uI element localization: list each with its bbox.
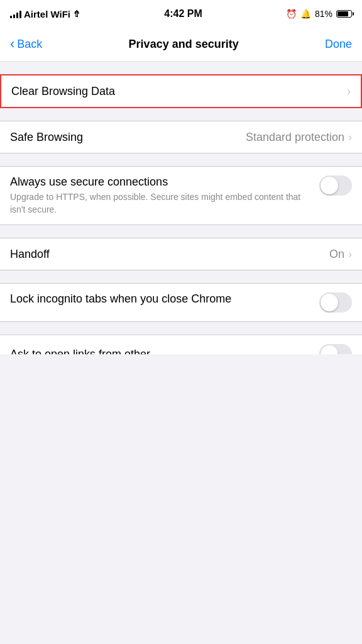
clear-browsing-row[interactable]: Clear Browsing Data ›: [1, 75, 361, 107]
lock-incognito-toggle-knob: [321, 294, 338, 311]
handoff-row[interactable]: Handoff On ›: [0, 238, 362, 270]
handoff-chevron-icon: ›: [348, 248, 352, 261]
safe-browsing-right: Standard protection ›: [246, 131, 352, 144]
lock-incognito-section: Lock incognito tabs when you close Chrom…: [0, 283, 362, 322]
clear-browsing-section: Clear Browsing Data ›: [0, 74, 362, 108]
alarm2-icon: 🔔: [300, 9, 311, 19]
clear-browsing-label: Clear Browsing Data: [11, 85, 115, 98]
status-left: Airtel WiFi ⇮: [10, 9, 80, 19]
secure-connections-toggle[interactable]: [319, 175, 352, 196]
secure-connections-description: Upgrade to HTTPS, when possible. Secure …: [10, 191, 312, 216]
secure-connections-title: Always use secure connections: [10, 175, 312, 189]
done-button[interactable]: Done: [325, 38, 352, 51]
secure-connections-text: Always use secure connections Upgrade to…: [10, 175, 312, 216]
ask-links-row[interactable]: Ask to open links from other: [0, 335, 362, 373]
back-chevron-icon: ‹: [10, 37, 14, 51]
handoff-right: On ›: [329, 248, 352, 261]
handoff-section: Handoff On ›: [0, 238, 362, 270]
ask-links-toggle[interactable]: [319, 344, 352, 364]
back-label: Back: [17, 38, 42, 51]
battery-percent: 81%: [315, 9, 332, 19]
content: Clear Browsing Data › Safe Browsing Stan…: [0, 74, 362, 373]
ask-links-section: Ask to open links from other: [0, 335, 362, 373]
safe-browsing-row[interactable]: Safe Browsing Standard protection ›: [0, 121, 362, 153]
back-button[interactable]: ‹ Back: [10, 38, 42, 51]
carrier-label: Airtel WiFi: [24, 9, 70, 19]
ask-links-right: [319, 344, 352, 364]
page-title: Privacy and security: [129, 38, 239, 51]
lock-incognito-row: Lock incognito tabs when you close Chrom…: [0, 284, 362, 321]
chevron-right-icon: ›: [347, 85, 351, 98]
safe-browsing-chevron-icon: ›: [348, 131, 352, 144]
ask-links-label: Ask to open links from other: [10, 348, 150, 361]
alarm-icon: ⏰: [286, 9, 297, 19]
status-time: 4:42 PM: [164, 8, 202, 19]
secure-connections-section: Always use secure connections Upgrade to…: [0, 166, 362, 225]
safe-browsing-value: Standard protection: [246, 131, 344, 144]
handoff-value: On: [329, 248, 344, 261]
handoff-label: Handoff: [10, 248, 50, 261]
secure-connections-row: Always use secure connections Upgrade to…: [0, 167, 362, 225]
safe-browsing-section: Safe Browsing Standard protection ›: [0, 121, 362, 153]
safe-browsing-label: Safe Browsing: [10, 131, 83, 144]
ask-links-toggle-knob: [321, 345, 338, 363]
wifi-icon: ⇮: [73, 9, 80, 19]
lock-incognito-title: Lock incognito tabs when you close Chrom…: [10, 292, 312, 306]
clear-browsing-right: ›: [347, 85, 351, 98]
battery-icon: [336, 10, 352, 18]
status-right: ⏰ 🔔 81%: [286, 9, 352, 19]
toggle-knob: [321, 177, 338, 194]
signal-icon: [10, 9, 21, 18]
nav-bar: ‹ Back Privacy and security Done: [0, 28, 362, 62]
lock-incognito-toggle[interactable]: [319, 292, 352, 313]
status-bar: Airtel WiFi ⇮ 4:42 PM ⏰ 🔔 81%: [0, 0, 362, 28]
lock-incognito-text: Lock incognito tabs when you close Chrom…: [10, 292, 312, 308]
